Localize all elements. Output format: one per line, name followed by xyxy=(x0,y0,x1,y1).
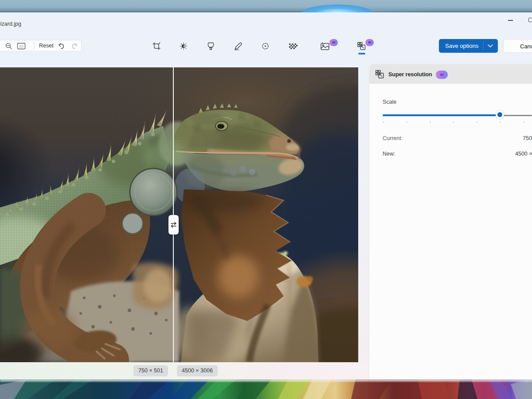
svg-text:1:1: 1:1 xyxy=(19,45,23,48)
